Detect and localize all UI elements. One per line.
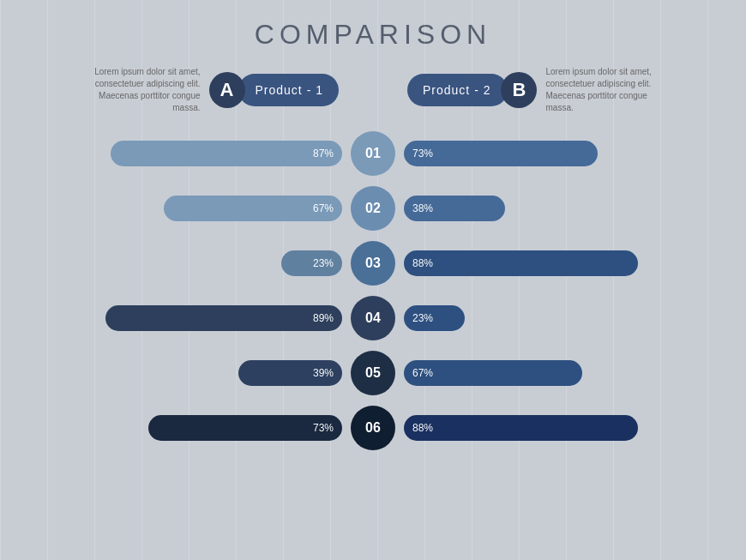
bar-container-right-03: 88% <box>404 250 729 276</box>
bar-container-left-01: 87% <box>17 141 342 166</box>
left-section-06: 73% <box>17 415 351 441</box>
left-section-01: 87% <box>17 141 351 166</box>
right-section-02: 38% <box>395 196 729 221</box>
bar-label-left-06: 73% <box>313 422 334 434</box>
bar-container-left-02: 67% <box>17 196 342 221</box>
bar-label-left-03: 23% <box>313 257 334 269</box>
bar-left-02: 67% <box>164 196 342 221</box>
left-section-03: 23% <box>17 250 351 276</box>
bar-right-01: 73% <box>404 141 598 166</box>
left-section-05: 39% <box>17 360 351 386</box>
bar-label-right-03: 88% <box>412 257 433 269</box>
center-number-03: 03 <box>351 241 395 286</box>
bar-label-left-05: 39% <box>313 367 334 379</box>
bar-label-right-06: 88% <box>412 422 433 434</box>
center-number-04: 04 <box>351 296 395 340</box>
chart-row-03: 23% 03 88% <box>17 241 729 286</box>
bar-container-left-05: 39% <box>17 360 342 386</box>
bar-left-06: 73% <box>148 415 342 441</box>
bar-container-right-06: 88% <box>404 415 729 441</box>
right-section-06: 88% <box>395 415 729 441</box>
bar-container-left-06: 73% <box>17 415 342 441</box>
center-number-05: 05 <box>351 351 395 395</box>
badge-a-circle: A <box>209 72 245 108</box>
chart-row-06: 73% 06 88% <box>17 406 729 450</box>
product-b-label: Product - 2 <box>423 83 490 97</box>
right-section-03: 88% <box>395 250 729 276</box>
bar-container-right-04: 23% <box>404 305 729 331</box>
bar-container-left-03: 23% <box>17 250 342 276</box>
product-a-label: Product - 1 <box>256 83 323 97</box>
bar-left-04: 89% <box>105 305 342 331</box>
left-section-04: 89% <box>17 305 351 331</box>
chart-row-02: 67% 02 38% <box>17 186 729 231</box>
product-a-description: Lorem ipsum dolor sit amet, consectetuer… <box>81 66 209 114</box>
bar-container-left-04: 89% <box>17 305 342 331</box>
bar-container-right-05: 67% <box>404 360 729 386</box>
product-b-badge: Product - 2 B <box>407 72 537 108</box>
bar-right-03: 88% <box>404 250 638 276</box>
right-section-01: 73% <box>395 141 729 166</box>
center-number-06: 06 <box>351 406 395 450</box>
chart-row-05: 39% 05 67% <box>17 351 729 395</box>
bar-right-02: 38% <box>404 196 505 221</box>
bar-container-right-01: 73% <box>404 141 729 166</box>
product-b-description: Lorem ipsum dolor sit amet, consectetuer… <box>537 66 665 114</box>
badge-b-letter: B <box>513 79 526 101</box>
bar-left-05: 39% <box>238 360 342 386</box>
badge-a-letter: A <box>220 79 234 101</box>
bar-left-01: 87% <box>111 141 342 166</box>
left-section-02: 67% <box>17 196 351 221</box>
center-number-02: 02 <box>351 186 395 231</box>
chart-area: 87% 01 73% 67% 02 38% <box>0 131 746 450</box>
bar-right-04: 23% <box>404 305 465 331</box>
bar-label-left-01: 87% <box>313 148 334 160</box>
bar-right-06: 88% <box>404 415 638 441</box>
bar-container-right-02: 38% <box>404 196 729 221</box>
bar-label-right-04: 23% <box>412 312 433 324</box>
page-title: COMPARISON <box>0 0 746 51</box>
badge-b-circle: B <box>501 72 537 108</box>
header-row: Lorem ipsum dolor sit amet, consectetuer… <box>0 66 746 114</box>
bar-label-right-02: 38% <box>412 202 433 214</box>
right-section-04: 23% <box>395 305 729 331</box>
bar-label-right-01: 73% <box>412 148 433 160</box>
product-a-bar: Product - 1 <box>238 74 339 106</box>
center-number-01: 01 <box>351 131 395 176</box>
bar-left-03: 23% <box>281 250 342 276</box>
product-a-badge: A Product - 1 <box>209 72 339 108</box>
chart-row-01: 87% 01 73% <box>17 131 729 176</box>
bar-label-left-04: 89% <box>313 312 334 324</box>
bar-label-right-05: 67% <box>412 367 433 379</box>
bar-label-left-02: 67% <box>313 202 334 214</box>
chart-row-04: 89% 04 23% <box>17 296 729 340</box>
product-b-bar: Product - 2 <box>407 74 508 106</box>
bar-right-05: 67% <box>404 360 582 386</box>
right-section-05: 67% <box>395 360 729 386</box>
